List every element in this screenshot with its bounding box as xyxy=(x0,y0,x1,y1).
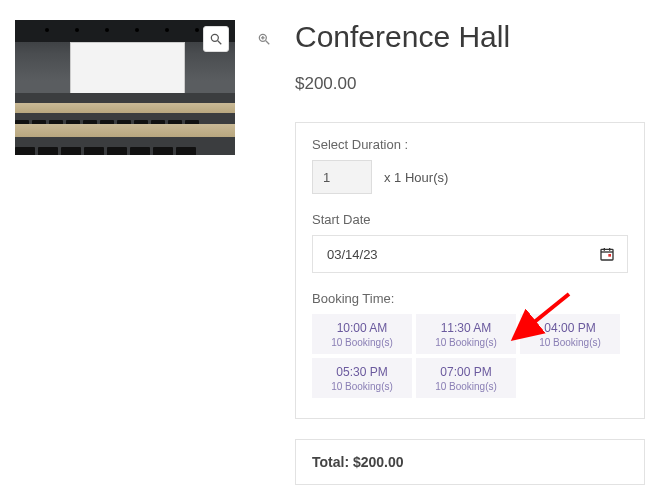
svg-line-3 xyxy=(266,41,270,45)
slot-availability: 10 Booking(s) xyxy=(524,337,616,348)
duration-label: Select Duration : xyxy=(312,137,628,152)
slot-availability: 10 Booking(s) xyxy=(420,337,512,348)
zoom-image-button[interactable] xyxy=(203,26,229,52)
start-date-field[interactable] xyxy=(312,235,628,273)
total-value: $200.00 xyxy=(353,454,404,470)
slot-time: 11:30 AM xyxy=(420,321,512,335)
product-title: Conference Hall xyxy=(295,20,645,54)
product-price: $200.00 xyxy=(295,74,645,94)
magnifier-icon xyxy=(209,32,223,46)
time-slot[interactable]: 07:00 PM 10 Booking(s) xyxy=(416,358,516,398)
booking-time-label: Booking Time: xyxy=(312,291,628,306)
slot-time: 04:00 PM xyxy=(524,321,616,335)
start-date-input[interactable] xyxy=(325,246,425,263)
slot-availability: 10 Booking(s) xyxy=(420,381,512,392)
magnifier-plus-icon xyxy=(257,32,271,46)
svg-point-0 xyxy=(211,34,218,41)
total-panel: Total: $200.00 xyxy=(295,439,645,485)
duration-suffix: x 1 Hour(s) xyxy=(372,160,460,194)
svg-line-1 xyxy=(218,41,222,45)
time-slots: 10:00 AM 10 Booking(s) 11:30 AM 10 Booki… xyxy=(312,314,628,398)
product-image[interactable] xyxy=(15,20,235,155)
svg-rect-6 xyxy=(601,249,613,260)
slot-time: 05:30 PM xyxy=(316,365,408,379)
slot-time: 07:00 PM xyxy=(420,365,512,379)
time-slot[interactable]: 11:30 AM 10 Booking(s) xyxy=(416,314,516,354)
start-date-label: Start Date xyxy=(312,212,628,227)
svg-rect-10 xyxy=(608,254,611,257)
time-slot[interactable]: 10:00 AM 10 Booking(s) xyxy=(312,314,412,354)
time-slot[interactable]: 04:00 PM 10 Booking(s) xyxy=(520,314,620,354)
zoom-image-secondary-button[interactable] xyxy=(251,26,277,52)
slot-availability: 10 Booking(s) xyxy=(316,337,408,348)
total-label: Total: xyxy=(312,454,349,470)
calendar-icon[interactable] xyxy=(599,246,615,262)
duration-input[interactable] xyxy=(312,160,372,194)
booking-panel: Select Duration : x 1 Hour(s) Start Date… xyxy=(295,122,645,419)
slot-availability: 10 Booking(s) xyxy=(316,381,408,392)
time-slot[interactable]: 05:30 PM 10 Booking(s) xyxy=(312,358,412,398)
slot-time: 10:00 AM xyxy=(316,321,408,335)
